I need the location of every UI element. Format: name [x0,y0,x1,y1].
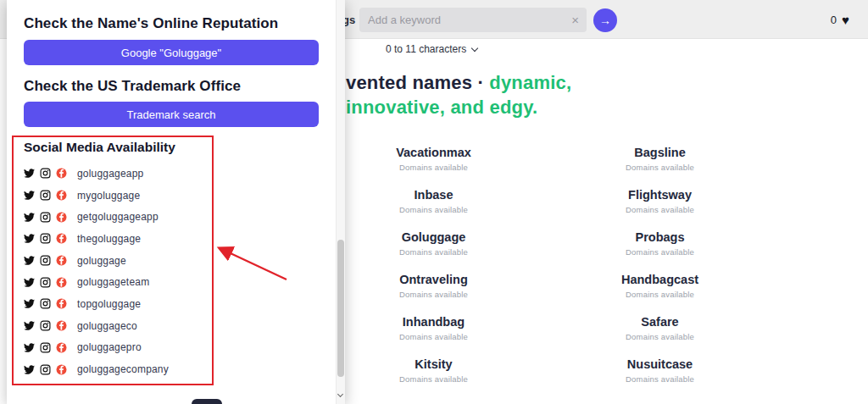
card-status: Domains available [547,205,773,214]
social-handle-row[interactable]: goluggageco [24,315,169,337]
card-name: Safare [547,315,773,329]
instagram-icon [40,277,51,288]
side-panel: Check the Name's Online Reputation Googl… [7,0,345,404]
instagram-icon [40,320,51,331]
facebook-icon [56,168,67,179]
card-status: Domains available [320,374,547,384]
twitter-icon [24,212,35,223]
card-name: Inhandbag [320,315,547,329]
social-handle-text: thegoluggage [77,233,141,245]
keyword-input-box[interactable]: × [359,8,587,32]
social-handle-row[interactable]: goluggageapp [24,163,169,185]
twitter-icon [24,255,35,266]
results-heading: vented names · dynamic, innovative, and … [346,70,571,119]
scrollbar-down-icon[interactable] [338,385,342,400]
twitter-icon [24,190,35,201]
arrow-right-icon: → [599,14,611,27]
name-card[interactable]: Vacationmax Domains available [320,141,547,184]
social-handle-row[interactable]: getgoluggageapp [24,206,169,228]
card-status: Domains available [547,247,773,257]
instagram-icon [40,233,51,244]
social-handle-row[interactable]: goluggageteam [24,271,169,293]
heading-separator: · [477,72,484,93]
facebook-icon [56,364,67,375]
card-name: Inbase [320,188,547,202]
instagram-icon [40,168,51,179]
card-status: Domains available [320,247,547,257]
card-name: Ontraveling [320,273,547,286]
facebook-icon [56,298,67,309]
heading-green-text-1: dynamic, [489,72,571,93]
social-handle-text: goluggage [77,255,126,267]
trademark-title: Check the US Trademark Office [24,78,241,95]
name-card[interactable]: Goluggage Domains available [320,226,547,268]
social-handle-list: goluggageapp mygoluggage getgolugg [24,163,169,380]
chevron-down-icon [471,44,478,51]
social-handle-text: getgoluggageapp [77,211,159,223]
facebook-icon [56,255,67,266]
facebook-icon [56,190,67,201]
card-status: Domains available [320,205,547,214]
name-card[interactable]: Inhandbag Domains available [320,311,547,353]
facebook-icon [56,212,67,223]
social-handle-text: mygoluggage [77,190,140,202]
google-search-button[interactable]: Google "Goluggage" [24,40,319,65]
social-handle-row[interactable]: goluggagecompany [24,358,169,380]
social-handle-text: goluggageco [77,320,137,332]
social-handle-text: goluggagepro [77,341,142,353]
twitter-icon [24,342,35,353]
twitter-icon [24,364,35,375]
card-status: Domains available [547,163,773,172]
twitter-icon [24,168,35,179]
heart-icon[interactable]: ♥ [842,14,849,26]
cards-grid: Vacationmax Domains available Bagsline D… [320,141,775,396]
facebook-icon [56,320,67,331]
name-card[interactable]: Ontraveling Domains available [320,268,547,311]
twitter-icon [24,298,35,309]
card-status: Domains available [547,290,773,299]
character-filter-dropdown[interactable]: 0 to 11 characters [386,43,477,55]
social-handle-row[interactable]: mygoluggage [24,185,169,207]
facebook-icon [56,277,67,288]
name-card[interactable]: Safare Domains available [547,311,773,353]
card-name: Nusuitcase [547,357,773,371]
name-card[interactable]: Flightsway Domains available [547,184,773,226]
name-card[interactable]: Probags Domains available [547,226,773,268]
scrollbar-thumb[interactable] [337,240,344,377]
social-handle-row[interactable]: topgoluggage [24,293,169,315]
name-card[interactable]: Handbagcast Domains available [547,268,773,311]
submit-keyword-button[interactable]: → [593,8,617,32]
reputation-title: Check the Name's Online Reputation [24,15,278,32]
name-card[interactable]: Kitsity Domains available [320,353,547,396]
instagram-icon [40,364,51,375]
partial-scroll-button[interactable] [192,399,222,404]
social-handle-text: goluggageteam [77,276,149,288]
card-status: Domains available [547,374,773,384]
social-handle-row[interactable]: thegoluggage [24,228,169,250]
heading-dark-text: vented names [346,72,472,93]
keyword-input[interactable] [359,14,570,26]
clear-keyword-icon[interactable]: × [570,13,587,27]
social-availability-title: Social Media Availability [24,140,175,155]
card-name: Goluggage [320,230,547,244]
instagram-icon [40,190,51,201]
instagram-icon [40,298,51,309]
social-handle-row[interactable]: goluggage [24,250,169,272]
trademark-search-button[interactable]: Trademark search [24,102,319,127]
twitter-icon [24,277,35,288]
card-name: Probags [547,230,773,244]
social-handle-row[interactable]: goluggagepro [24,337,169,359]
character-filter-label: 0 to 11 characters [386,43,466,55]
card-name: Bagsline [547,146,773,159]
facebook-icon [56,233,67,244]
name-card[interactable]: Bagsline Domains available [547,141,773,184]
twitter-icon [24,320,35,331]
card-status: Domains available [320,163,547,172]
name-card[interactable]: Inbase Domains available [320,184,547,226]
instagram-icon [40,342,51,353]
favorites-count: 0 [831,14,837,26]
panel-scrollbar[interactable] [336,0,345,404]
card-name: Handbagcast [547,273,773,286]
name-card[interactable]: Nusuitcase Domains available [547,353,773,396]
social-handle-text: topgoluggage [77,298,141,310]
